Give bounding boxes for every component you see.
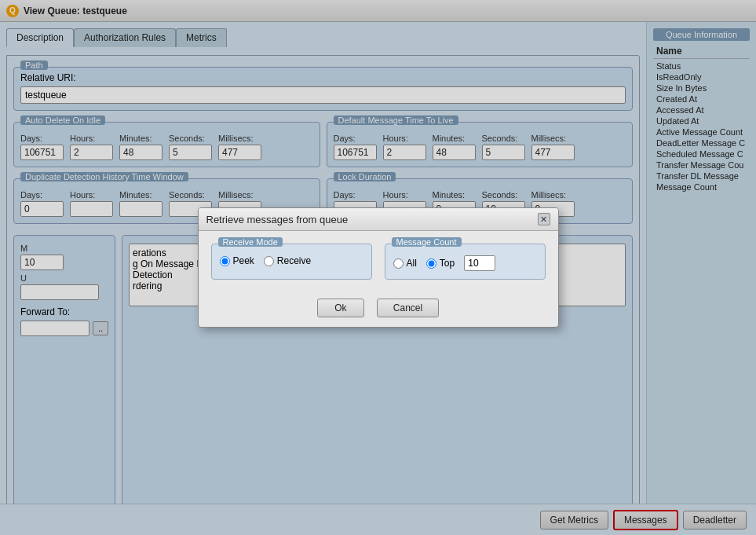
modal-close-button[interactable]: ✕ — [538, 213, 550, 225]
all-radio[interactable] — [393, 258, 404, 269]
peek-label: Peek — [233, 255, 254, 266]
message-count-section: Message Count All Top — [385, 244, 546, 280]
receive-mode-options: Peek Receive — [220, 255, 363, 266]
ok-button[interactable]: Ok — [317, 299, 364, 317]
receive-label: Receive — [277, 255, 311, 266]
top-radio-label[interactable]: Top — [426, 258, 455, 269]
modal-overlay: Retrieve messages from queue ✕ Receive M… — [0, 0, 756, 535]
receive-radio-label[interactable]: Receive — [264, 255, 311, 266]
modal-dialog: Retrieve messages from queue ✕ Receive M… — [198, 207, 559, 328]
top-radio[interactable] — [426, 258, 436, 269]
all-label: All — [407, 258, 417, 269]
cancel-button[interactable]: Cancel — [377, 299, 439, 317]
top-value-input[interactable] — [464, 255, 495, 271]
top-label: Top — [440, 258, 455, 269]
message-count-options: All Top — [393, 255, 537, 271]
peek-radio[interactable] — [220, 256, 230, 266]
receive-radio[interactable] — [264, 256, 274, 266]
peek-radio-label[interactable]: Peek — [220, 255, 254, 266]
modal-title-bar: Retrieve messages from queue ✕ — [199, 208, 558, 231]
modal-body: Receive Mode Peek Receive Message Count — [199, 231, 558, 292]
message-count-legend: Message Count — [392, 237, 462, 247]
all-radio-label[interactable]: All — [393, 258, 417, 269]
modal-footer: Ok Cancel — [199, 292, 558, 327]
receive-mode-section: Receive Mode Peek Receive — [211, 244, 372, 280]
receive-mode-legend: Receive Mode — [218, 237, 283, 247]
modal-title: Retrieve messages from queue — [206, 214, 349, 225]
